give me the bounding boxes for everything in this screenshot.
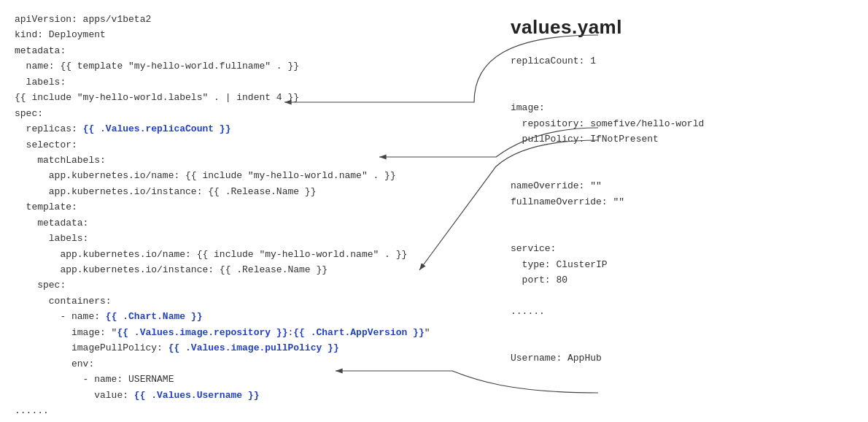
left-panel: apiVersion: apps/v1beta2 kind: Deploymen… xyxy=(0,0,496,422)
r-blank xyxy=(511,85,853,100)
code-line: spec: xyxy=(15,277,481,293)
r-username: Username: AppHub xyxy=(511,350,853,366)
code-line: labels: xyxy=(15,231,481,246)
code-line: {{ include "my-hello-world.labels" . | i… xyxy=(15,90,481,105)
pullpolicy-template: {{ .Values.image.pullPolicy }} xyxy=(168,342,339,353)
r-blank xyxy=(511,147,853,163)
r-image: image: xyxy=(511,100,853,115)
username-line: value: {{ .Values.Username }} xyxy=(15,388,481,403)
image-appver-template: {{ .Chart.AppVersion }} xyxy=(293,327,424,338)
r-ellipsis: ...... xyxy=(511,304,853,319)
r-blank xyxy=(511,288,853,303)
r-type: type: ClusterIP xyxy=(511,257,853,272)
code-line: containers: xyxy=(15,294,481,309)
chartname-line: - name: {{ .Chart.Name }} xyxy=(15,309,481,324)
code-line: metadata: xyxy=(15,215,481,231)
code-line: selector: xyxy=(15,137,481,153)
chartname-template: {{ .Chart.Name }} xyxy=(106,311,203,322)
r-blank xyxy=(511,335,853,350)
code-line: env: xyxy=(15,356,481,372)
code-line: metadata: xyxy=(15,43,481,58)
right-panel: values.yaml replicaCount: 1 image: repos… xyxy=(496,0,868,422)
code-line: apiVersion: apps/v1beta2 xyxy=(15,12,481,27)
r-replicaCount: replicaCount: 1 xyxy=(511,53,853,69)
main-container: apiVersion: apps/v1beta2 kind: Deploymen… xyxy=(0,0,868,422)
image-repo-template: {{ .Values.image.repository }} xyxy=(117,327,287,338)
r-service: service: xyxy=(511,241,853,256)
replicas-line: replicas: {{ .Values.replicaCount }} xyxy=(15,121,481,137)
code-line: app.kubernetes.io/name: {{ include "my-h… xyxy=(15,247,481,262)
code-line: matchLabels: xyxy=(15,153,481,168)
r-repository: repository: somefive/hello-world xyxy=(511,116,853,131)
code-line: kind: Deployment xyxy=(15,27,481,42)
code-line: app.kubernetes.io/instance: {{ .Release.… xyxy=(15,184,481,199)
username-template: {{ .Values.Username }} xyxy=(134,390,260,401)
r-blank xyxy=(511,226,853,241)
code-line: app.kubernetes.io/instance: {{ .Release.… xyxy=(15,262,481,277)
replicas-template: {{ .Values.replicaCount }} xyxy=(83,123,231,134)
image-line: image: "{{ .Values.image.repository }}:{… xyxy=(15,325,481,340)
r-nameoverride: nameOverride: "" xyxy=(511,178,853,193)
code-line: spec: xyxy=(15,106,481,121)
r-blank xyxy=(511,163,853,178)
code-line: - name: USERNAME xyxy=(15,372,481,387)
code-line: name: {{ template "my-hello-world.fullna… xyxy=(15,58,481,74)
r-fullnameoverride: fullnameOverride: "" xyxy=(511,194,853,210)
code-line: labels: xyxy=(15,74,481,90)
r-pullpolicy: pullPolicy: IfNotPresent xyxy=(511,131,853,147)
ellipsis-line: ...... xyxy=(15,403,481,418)
r-blank xyxy=(511,210,853,225)
code-line: template: xyxy=(15,199,481,215)
pullpolicy-line: imagePullPolicy: {{ .Values.image.pullPo… xyxy=(15,340,481,356)
code-line: app.kubernetes.io/name: {{ include "my-h… xyxy=(15,168,481,183)
r-port: port: 80 xyxy=(511,272,853,288)
r-blank xyxy=(511,69,853,84)
r-blank xyxy=(511,319,853,334)
values-yaml-title: values.yaml xyxy=(511,12,853,43)
